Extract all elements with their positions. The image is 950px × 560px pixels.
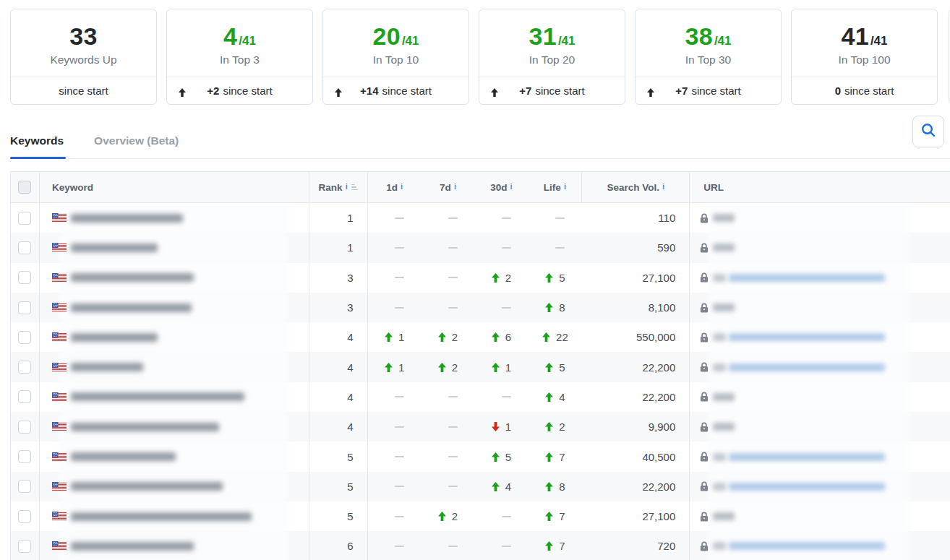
stat-footer: +7 since start <box>479 77 625 104</box>
change-value: 1 <box>398 331 404 343</box>
url-text-blurred <box>713 363 726 371</box>
cell-select <box>11 472 40 501</box>
sort-icon[interactable] <box>351 184 358 191</box>
cell-1d <box>368 263 421 293</box>
url-text-blurred <box>713 512 735 520</box>
cell-life: 4 <box>528 382 582 412</box>
url-link-blurred[interactable] <box>729 542 885 550</box>
no-change-dash <box>448 217 458 219</box>
rank-value: 5 <box>347 481 353 493</box>
cell-search-vol: 40,500 <box>582 441 690 471</box>
up-arrow-icon <box>545 452 553 462</box>
lock-icon <box>700 392 709 402</box>
row-checkbox[interactable] <box>18 331 31 344</box>
column-header-d1[interactable]: 1di <box>368 172 421 202</box>
column-header-url[interactable]: URL <box>690 172 950 202</box>
cell-keyword <box>40 501 309 531</box>
row-checkbox[interactable] <box>18 540 31 553</box>
row-checkbox[interactable] <box>18 212 31 225</box>
cell-keyword <box>40 263 309 293</box>
row-checkbox[interactable] <box>18 390 31 403</box>
info-icon[interactable]: i <box>401 182 403 191</box>
search-button[interactable] <box>912 116 944 147</box>
row-checkbox[interactable] <box>18 421 31 434</box>
lock-icon <box>700 362 709 372</box>
cell-url <box>690 501 950 531</box>
rank-value: 4 <box>347 361 353 374</box>
us-flag-icon <box>52 392 67 402</box>
info-icon[interactable]: i <box>510 182 513 191</box>
cell-life: 7 <box>528 501 582 531</box>
cell-rank: 4 <box>309 412 368 441</box>
tab-overview[interactable]: Overview (Beta) <box>94 134 179 147</box>
table-row: 3 8 8,100 <box>11 293 950 322</box>
row-checkbox[interactable] <box>18 361 31 374</box>
info-icon[interactable]: i <box>564 182 566 191</box>
column-header-life[interactable]: Lifei <box>528 172 582 202</box>
stat-card-top: 20 /41 In Top 10 <box>323 9 468 77</box>
row-checkbox[interactable] <box>18 301 31 314</box>
url-link-blurred[interactable] <box>729 483 885 491</box>
cell-1d <box>368 382 421 412</box>
url-link-blurred[interactable] <box>729 333 885 341</box>
url-link-blurred[interactable] <box>729 274 885 282</box>
url-link-blurred[interactable] <box>729 453 885 461</box>
row-checkbox[interactable] <box>18 510 31 523</box>
tab-keywords[interactable]: Keywords <box>10 134 64 147</box>
row-checkbox[interactable] <box>18 271 31 284</box>
row-checkbox[interactable] <box>18 241 31 254</box>
cell-7d <box>421 412 475 441</box>
column-header-select[interactable] <box>11 172 40 202</box>
change-value: 7 <box>559 510 565 522</box>
cell-rank: 5 <box>309 501 368 531</box>
select-all-checkbox[interactable] <box>18 181 31 194</box>
up-arrow-icon <box>385 332 393 342</box>
no-change-dash <box>555 217 565 219</box>
stat-card-top: 41 /41 In Top 100 <box>792 9 937 77</box>
column-header-search_vol[interactable]: Search Vol.i <box>582 172 690 202</box>
cell-keyword <box>40 531 309 560</box>
cell-search-vol: 22,200 <box>582 352 690 382</box>
row-checkbox[interactable] <box>18 450 31 463</box>
row-checkbox[interactable] <box>18 480 31 493</box>
cell-life: 8 <box>528 293 582 322</box>
up-arrow-icon <box>491 87 498 99</box>
divider <box>10 158 950 159</box>
change-value: 6 <box>505 331 511 343</box>
up-arrow-icon <box>179 87 186 99</box>
cell-7d <box>421 441 475 471</box>
column-header-rank[interactable]: Ranki <box>309 172 368 202</box>
cell-7d <box>421 203 475 233</box>
cell-life: 7 <box>528 531 582 560</box>
us-flag-icon <box>52 452 67 462</box>
cell-keyword <box>40 322 309 352</box>
us-flag-icon <box>52 541 67 551</box>
info-icon[interactable]: i <box>662 182 664 191</box>
stat-card-top: 4 /41 In Top 3 <box>167 9 312 77</box>
column-header-d7[interactable]: 7di <box>421 172 475 202</box>
cell-rank: 1 <box>309 203 368 233</box>
stat-label: In Top 20 <box>529 53 575 66</box>
column-header-d30[interactable]: 30di <box>475 172 529 202</box>
change-value: 8 <box>559 301 565 314</box>
url-link-blurred[interactable] <box>729 363 885 371</box>
no-change-dash <box>395 307 404 309</box>
down-arrow-icon <box>492 422 500 431</box>
column-header-keyword[interactable]: Keyword <box>40 172 309 202</box>
no-change-dash <box>395 456 404 457</box>
search-volume-value: 22,200 <box>642 391 675 403</box>
info-icon[interactable]: i <box>346 182 348 191</box>
stat-label: In Top 3 <box>220 53 260 66</box>
change-value: 5 <box>559 272 565 284</box>
us-flag-icon <box>52 243 67 252</box>
change-value: 2 <box>452 361 458 374</box>
column-label: 1d <box>386 182 398 193</box>
keyword-text-blurred <box>71 244 158 252</box>
cell-select <box>11 233 40 262</box>
stat-label: In Top 100 <box>838 53 890 66</box>
info-icon[interactable]: i <box>454 182 456 191</box>
table-row: 6 7 720 <box>11 531 950 560</box>
cell-life: 8 <box>528 472 582 501</box>
cell-keyword <box>40 441 309 471</box>
table-row: 4 1 2 1 5 22,200 <box>11 352 950 382</box>
